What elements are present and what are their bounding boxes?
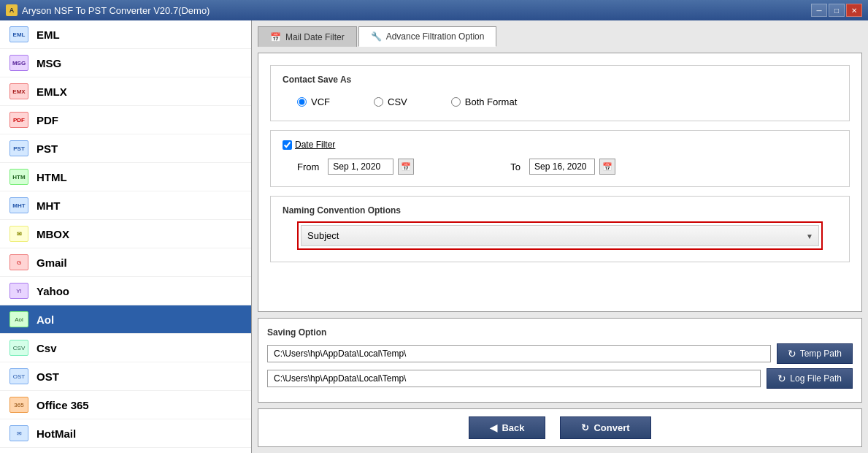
back-button[interactable]: ◀ Back xyxy=(469,416,545,439)
radio-vcf-label: VCF xyxy=(311,96,330,107)
saving-option-title: Saving Option xyxy=(267,327,853,338)
sidebar-label-pdf: PDF xyxy=(37,114,58,126)
sidebar: EML EML MSG MSG EMX EMLX PDF PDF PST xyxy=(0,20,252,453)
pst-icon: PST xyxy=(9,140,28,156)
sidebar-item-hotmail[interactable]: ✉ HotMail xyxy=(0,419,251,448)
window-title: Aryson NSF To PST Converter V20.7(Demo) xyxy=(22,5,210,16)
sidebar-item-html[interactable]: HTM HTML xyxy=(0,163,251,191)
radio-vcf[interactable]: VCF xyxy=(297,96,330,107)
date-filter-row: Date Filter xyxy=(283,140,837,150)
hotmail-icon: ✉ xyxy=(9,425,28,441)
radio-csv-label: CSV xyxy=(388,96,407,107)
title-bar-left: A Aryson NSF To PST Converter V20.7(Demo… xyxy=(6,4,210,16)
gmail-icon: G xyxy=(9,254,28,270)
log-path-label: Log File Path xyxy=(790,373,842,384)
csv-icon: CSV xyxy=(9,340,28,356)
tab-advance-filtration-label: Advance Filtration Option xyxy=(386,31,485,42)
naming-convention-select[interactable]: Subject Date From To Subject+Date xyxy=(301,225,819,246)
title-bar: A Aryson NSF To PST Converter V20.7(Demo… xyxy=(0,0,868,20)
sidebar-label-emlx: EMLX xyxy=(37,85,67,98)
app-icon: A xyxy=(6,4,18,16)
eml-icon: EML xyxy=(9,26,28,42)
sidebar-item-msg[interactable]: MSG MSG xyxy=(0,49,251,77)
aol-icon: Aol xyxy=(9,311,28,327)
sidebar-item-office365[interactable]: 365 Office 365 xyxy=(0,391,251,419)
sidebar-item-eml[interactable]: EML EML xyxy=(0,20,251,49)
date-filter-checkbox-label[interactable]: Date Filter xyxy=(283,140,335,150)
sidebar-item-mht[interactable]: MHT MHT xyxy=(0,191,251,220)
log-path-icon: ↻ xyxy=(777,373,786,384)
sidebar-item-mbox[interactable]: ✉ MBOX xyxy=(0,220,251,248)
sidebar-item-pst[interactable]: PST PST xyxy=(0,134,251,163)
temp-path-icon: ↻ xyxy=(788,348,796,359)
tab-mail-date-filter[interactable]: 📅 Mail Date Filter xyxy=(258,26,357,47)
mht-icon: MHT xyxy=(9,197,28,213)
radio-vcf-input[interactable] xyxy=(297,97,307,107)
sidebar-label-hotmail: HotMail xyxy=(37,427,76,440)
contact-save-as-section: Contact Save As VCF CSV Both Format xyxy=(270,65,850,121)
back-label: Back xyxy=(502,422,524,433)
radio-both-input[interactable] xyxy=(451,97,461,107)
sidebar-label-ost: OST xyxy=(37,370,59,383)
sidebar-label-office365: Office 365 xyxy=(37,399,89,411)
temp-path-row: ↻ Temp Path xyxy=(267,343,853,364)
to-date-group: 📅 xyxy=(529,159,615,175)
temp-path-button[interactable]: ↻ Temp Path xyxy=(777,343,853,364)
content-area: 📅 Mail Date Filter 🔧 Advance Filtration … xyxy=(252,20,868,453)
contact-save-radio-group: VCF CSV Both Format xyxy=(283,92,837,112)
sidebar-item-aol[interactable]: Aol Aol xyxy=(0,305,251,334)
naming-convention-section: Naming Convention Options Subject Date F… xyxy=(270,196,850,262)
back-icon: ◀ xyxy=(490,422,497,433)
date-filter-checkbox[interactable] xyxy=(283,140,292,150)
sidebar-item-emlx[interactable]: EMX EMLX xyxy=(0,77,251,106)
sidebar-label-yahoo: Yahoo xyxy=(37,285,69,297)
to-calendar-button[interactable]: 📅 xyxy=(599,159,615,175)
sidebar-label-gmail: Gmail xyxy=(37,256,67,269)
contact-save-as-title: Contact Save As xyxy=(283,75,837,85)
sidebar-item-gmail[interactable]: G Gmail xyxy=(0,248,251,277)
temp-path-input[interactable] xyxy=(267,345,771,362)
log-path-input[interactable] xyxy=(267,370,761,387)
tab-mail-date-filter-label: Mail Date Filter xyxy=(285,32,345,42)
tab-advance-filtration[interactable]: 🔧 Advance Filtration Option xyxy=(358,26,497,47)
radio-csv[interactable]: CSV xyxy=(374,96,407,107)
convert-icon: ↻ xyxy=(581,422,589,433)
filter-icon: 🔧 xyxy=(371,31,382,42)
sidebar-label-csv: Csv xyxy=(37,342,57,354)
sidebar-label-mht: MHT xyxy=(37,199,61,212)
radio-both-label: Both Format xyxy=(465,96,518,107)
sidebar-item-liveexchange[interactable]: L LiveExchange xyxy=(0,448,251,453)
sidebar-item-csv[interactable]: CSV Csv xyxy=(0,334,251,362)
from-label: From xyxy=(297,161,319,172)
emlx-icon: EMX xyxy=(9,83,28,99)
log-path-button[interactable]: ↻ Log File Path xyxy=(767,368,853,389)
minimize-button[interactable]: ─ xyxy=(811,4,827,17)
yahoo-icon: Y! xyxy=(9,283,28,299)
naming-select-wrapper: Subject Date From To Subject+Date ▼ xyxy=(297,221,823,250)
sidebar-item-ost[interactable]: OST OST xyxy=(0,362,251,391)
date-filter-label: Date Filter xyxy=(295,140,335,150)
close-button[interactable]: ✕ xyxy=(846,4,862,17)
naming-select-container: Subject Date From To Subject+Date ▼ xyxy=(301,225,819,246)
sidebar-item-pdf[interactable]: PDF PDF xyxy=(0,106,251,134)
convert-button[interactable]: ↻ Convert xyxy=(560,416,650,439)
radio-both[interactable]: Both Format xyxy=(451,96,518,107)
sidebar-item-yahoo[interactable]: Y! Yahoo xyxy=(0,277,251,305)
html-icon: HTM xyxy=(9,169,28,185)
main-panel: Contact Save As VCF CSV Both Format xyxy=(258,53,862,312)
from-date-input[interactable] xyxy=(328,159,393,175)
sidebar-label-eml: EML xyxy=(37,28,60,41)
sidebar-label-html: HTML xyxy=(37,171,67,183)
maximize-button[interactable]: □ xyxy=(829,4,845,17)
temp-path-label: Temp Path xyxy=(800,349,842,359)
tab-bar: 📅 Mail Date Filter 🔧 Advance Filtration … xyxy=(258,26,862,47)
to-date-input[interactable] xyxy=(529,159,595,175)
radio-csv-input[interactable] xyxy=(374,97,383,107)
sidebar-label-msg: MSG xyxy=(37,57,61,69)
from-calendar-button[interactable]: 📅 xyxy=(398,159,414,175)
sidebar-label-pst: PST xyxy=(37,142,58,155)
from-date-group: 📅 xyxy=(328,159,414,175)
office365-icon: 365 xyxy=(9,397,28,413)
log-path-row: ↻ Log File Path xyxy=(267,368,853,389)
ost-icon: OST xyxy=(9,368,28,384)
